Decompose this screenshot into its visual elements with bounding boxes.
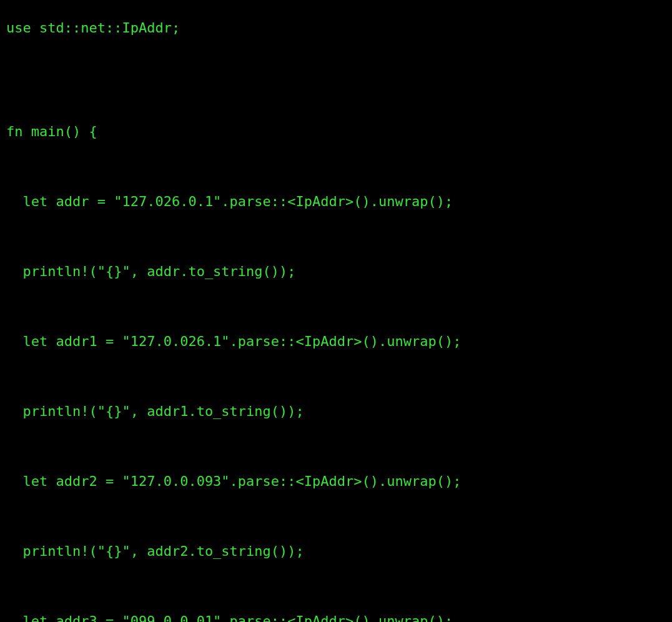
blank — [6, 159, 672, 179]
code-text: println!("{}", addr.to_string()); — [22, 264, 295, 279]
code-line-addr1: let addr1 = "127.0.026.1".parse::<IpAddr… — [6, 332, 672, 355]
blank — [6, 89, 672, 109]
code-block: use std::net::IpAddr; fn main() { let ad… — [0, 0, 672, 622]
code-text: let addr2 = "127.0.0.093".parse::<IpAddr… — [22, 473, 461, 489]
blank — [6, 578, 672, 598]
code-text: let addr = "127.026.0.1".parse::<IpAddr>… — [22, 194, 453, 209]
blank — [6, 299, 672, 318]
code-line-addr3: let addr3 = "099.0.0.01".parse::<IpAddr>… — [6, 612, 672, 622]
code-text: let addr1 = "127.0.026.1".parse::<IpAddr… — [22, 333, 461, 349]
code-line-fn-main: fn main() { — [6, 122, 672, 145]
blank — [6, 55, 672, 75]
code-text: println!("{}", addr2.to_string()); — [22, 543, 304, 559]
code-text: println!("{}", addr1.to_string()); — [22, 403, 304, 419]
blank — [6, 229, 672, 249]
code-line-addr: let addr = "127.026.0.1".parse::<IpAddr>… — [6, 192, 672, 215]
code-line-println-addr1: println!("{}", addr1.to_string()); — [6, 402, 672, 425]
code-line-use: use std::net::IpAddr; — [6, 19, 672, 41]
blank — [6, 508, 672, 528]
code-line-addr2: let addr2 = "127.0.0.093".parse::<IpAddr… — [6, 472, 672, 495]
code-line-println-addr2: println!("{}", addr2.to_string()); — [6, 542, 672, 565]
blank — [6, 368, 672, 388]
code-line-println-addr: println!("{}", addr.to_string()); — [6, 262, 672, 285]
blank — [6, 438, 672, 458]
code-text: let addr3 = "099.0.0.01".parse::<IpAddr>… — [22, 613, 453, 622]
